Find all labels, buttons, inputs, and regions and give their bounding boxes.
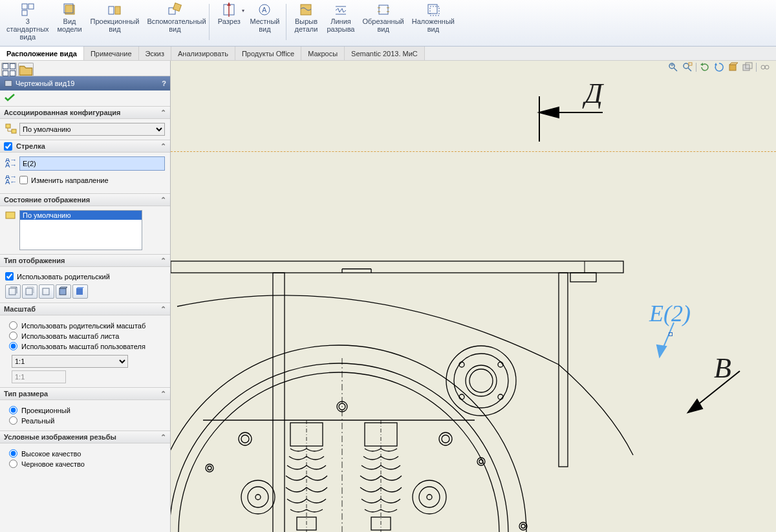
- svg-point-81: [469, 369, 493, 392]
- annotation-e2[interactable]: Е(2): [649, 300, 691, 327]
- svg-point-80: [466, 365, 497, 396]
- group-scale-header[interactable]: Масштаб⌃: [0, 303, 170, 315]
- chevron-up-icon: ⌃: [160, 305, 166, 314]
- config-icon: [5, 123, 17, 135]
- svg-text:A→: A→: [5, 161, 17, 169]
- scale-text-input: [12, 370, 66, 383]
- section-view-icon: [221, 3, 237, 17]
- ribbon-break-line-button[interactable]: Линияразрыва: [323, 1, 358, 34]
- scale-radio-0[interactable]: [9, 321, 17, 330]
- break-line-icon: [333, 3, 349, 17]
- thread-radio-0[interactable]: [9, 449, 17, 458]
- svg-rect-20: [3, 63, 8, 69]
- ribbon-views-3-button[interactable]: 3стандартныхвида: [3, 1, 53, 42]
- svg-marker-62: [539, 107, 559, 118]
- chevron-up-icon: ⌃: [160, 142, 166, 151]
- ok-button[interactable]: [0, 90, 170, 106]
- chevron-up-icon: ⌃: [160, 196, 166, 204]
- tab-0[interactable]: Расположение вида: [0, 47, 84, 60]
- svg-point-100: [248, 487, 268, 507]
- annotation-handle[interactable]: [669, 332, 673, 336]
- dropdown-arrow-icon: ▾: [242, 8, 244, 14]
- svg-point-87: [239, 432, 252, 445]
- display-style-buttons: [5, 284, 165, 299]
- detail-view-icon: A: [257, 3, 272, 17]
- svg-rect-24: [5, 81, 12, 87]
- svg-rect-22: [3, 70, 8, 76]
- svg-rect-0: [22, 4, 27, 9]
- group-config-header[interactable]: Ассоциированная конфигурация⌃: [0, 106, 170, 119]
- arrow-label-icon: A→A→: [5, 158, 17, 169]
- property-panel: Чертежный вид19 ? Ассоциированная конфиг…: [0, 61, 171, 532]
- style-shaded-edges-button[interactable]: [56, 284, 71, 299]
- scale-select[interactable]: 1:1: [12, 355, 128, 368]
- change-direction-checkbox[interactable]: [19, 176, 28, 184]
- svg-point-89: [439, 432, 452, 445]
- display-state-list[interactable]: По умолчанию: [19, 210, 142, 250]
- document-tabs: Расположение видаПримечаниеЭскизАнализир…: [0, 47, 776, 61]
- crop-view-icon: [376, 3, 391, 17]
- svg-point-75: [171, 345, 526, 532]
- svg-marker-45: [76, 287, 84, 288]
- group-disptype-header[interactable]: Тип отображения⌃: [0, 254, 170, 267]
- svg-rect-33: [6, 212, 15, 218]
- scale-radio-1[interactable]: [9, 332, 17, 340]
- ribbon-crop-view-button[interactable]: Обрезанныйвид: [359, 1, 408, 34]
- svg-point-82: [459, 362, 464, 367]
- svg-rect-41: [43, 288, 49, 295]
- style-wireframe-button[interactable]: [5, 284, 21, 299]
- svg-point-103: [419, 487, 440, 507]
- group-thread-header[interactable]: Условные изображения резьбы⌃: [0, 431, 170, 443]
- style-hlr-button[interactable]: [39, 284, 54, 299]
- panel-tab-folder[interactable]: [18, 63, 34, 76]
- tab-1[interactable]: Примечание: [84, 47, 139, 60]
- arrow-enable-checkbox[interactable]: [4, 142, 12, 151]
- ribbon-aux-view-button[interactable]: Вспомогательныйвид: [143, 1, 206, 34]
- svg-marker-64: [657, 345, 666, 357]
- ribbon-toolbar: 3стандартныхвидаВидмоделиПроекционныйвид…: [0, 0, 776, 47]
- drawing-canvas[interactable]: +: [171, 61, 776, 532]
- svg-rect-2: [22, 10, 27, 16]
- scale-radio-2[interactable]: [9, 342, 17, 350]
- alt-view-icon: [426, 3, 441, 17]
- group-dispstate-header[interactable]: Состояние отображения⌃: [0, 193, 170, 206]
- svg-rect-6: [115, 6, 120, 14]
- ribbon-model-view-button[interactable]: Видмодели: [53, 1, 87, 34]
- ribbon-section-view-button[interactable]: Разрез▾: [212, 1, 246, 27]
- ribbon-alt-view-button[interactable]: Наложенныйвид: [408, 1, 458, 34]
- help-icon[interactable]: ?: [162, 80, 166, 87]
- style-hlv-button[interactable]: [22, 284, 38, 299]
- svg-rect-1: [28, 4, 34, 9]
- svg-point-106: [206, 464, 213, 472]
- dimtype-radio-1[interactable]: [9, 416, 17, 425]
- svg-rect-18: [428, 5, 437, 14]
- use-parent-style-checkbox[interactable]: [5, 272, 14, 281]
- style-shaded-button[interactable]: [72, 284, 88, 299]
- tab-2[interactable]: Эскиз: [139, 47, 171, 60]
- config-select[interactable]: По умолчанию: [19, 123, 165, 136]
- svg-point-104: [427, 495, 432, 500]
- thread-radio-1[interactable]: [9, 460, 17, 468]
- chevron-up-icon: ⌃: [160, 109, 166, 117]
- group-dimtype-header[interactable]: Тип размера⌃: [0, 387, 170, 400]
- svg-point-101: [255, 495, 261, 500]
- ribbon-detail-view-button[interactable]: AМестныйвид: [246, 1, 283, 34]
- arrow-dir-icon: A→A←: [5, 175, 17, 186]
- svg-point-99: [241, 480, 275, 514]
- group-arrow-header[interactable]: Стрелка⌃: [0, 140, 170, 153]
- views-3-icon: [20, 3, 36, 17]
- panel-title-text: Чертежный вид19: [16, 80, 74, 87]
- svg-rect-42: [59, 288, 66, 295]
- tab-4[interactable]: Продукты Office: [235, 47, 301, 60]
- arrow-label-input[interactable]: [19, 156, 165, 171]
- dimtype-radio-0[interactable]: [9, 406, 17, 414]
- svg-rect-5: [109, 6, 114, 14]
- tab-3[interactable]: Анализировать: [171, 47, 235, 60]
- display-state-item[interactable]: По умолчанию: [20, 211, 142, 220]
- svg-rect-19: [430, 6, 439, 16]
- ribbon-proj-view-button[interactable]: Проекционныйвид: [87, 1, 144, 34]
- tab-6[interactable]: Semantic 2013. МиС: [345, 47, 425, 60]
- tab-5[interactable]: Макросы: [301, 47, 345, 60]
- panel-tab-tree[interactable]: [1, 63, 17, 76]
- ribbon-broken-out-button[interactable]: Вырывдетали: [289, 1, 323, 34]
